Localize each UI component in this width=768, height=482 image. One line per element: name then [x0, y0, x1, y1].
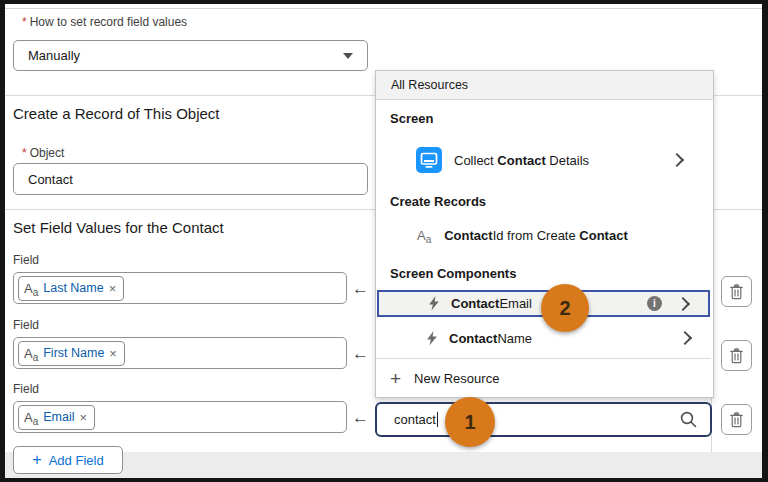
- resource-pill[interactable]: Aa Email ×: [18, 405, 95, 430]
- picker-header: All Resources: [376, 71, 713, 100]
- item-label: ContactEmail: [451, 296, 532, 311]
- required-asterisk: *: [22, 15, 27, 29]
- combobox-value: Manually: [28, 48, 80, 63]
- item-label: Collect Contact Details: [454, 153, 589, 168]
- trash-icon: [729, 348, 744, 364]
- section-title-create-records: Create Records: [390, 194, 486, 209]
- field-label: Field: [13, 318, 39, 332]
- search-value: contact: [394, 412, 436, 427]
- resource-pill[interactable]: Aa Last Name ×: [18, 276, 124, 301]
- pill-label: Email: [43, 410, 74, 424]
- left-arrow-icon: ←: [352, 408, 369, 428]
- new-resource-item[interactable]: + New Resource: [376, 362, 711, 394]
- chevron-down-icon: [343, 53, 353, 59]
- delete-field-button[interactable]: [721, 340, 752, 371]
- add-field-label: Add Field: [49, 453, 104, 468]
- object-input[interactable]: Contact: [13, 163, 368, 195]
- section-title-screen: Screen: [390, 111, 433, 126]
- new-resource-label: New Resource: [414, 371, 499, 386]
- create-record-heading: Create a Record of This Object: [13, 105, 219, 122]
- resource-search-input[interactable]: contact: [375, 402, 712, 437]
- trash-icon: [729, 412, 744, 428]
- required-asterisk: *: [22, 146, 27, 160]
- annotation-step-2: 2: [541, 284, 589, 332]
- picker-item-collect-contact-details[interactable]: Collect Contact Details: [390, 142, 700, 178]
- left-arrow-icon: ←: [352, 344, 369, 364]
- pill-label: First Name: [43, 346, 104, 360]
- remove-icon[interactable]: ×: [80, 411, 88, 424]
- left-arrow-icon: ←: [352, 279, 369, 299]
- search-icon: [680, 411, 697, 428]
- screen-icon: [416, 147, 442, 173]
- screenshot-frame: *How to set record field values Manually…: [0, 0, 768, 482]
- field-input-lastname[interactable]: Aa Last Name ×: [13, 272, 347, 304]
- plus-icon: +: [32, 451, 41, 469]
- text-type-icon: Aa: [24, 347, 38, 360]
- picker-item-contactid[interactable]: Aa ContactId from Create Contact: [390, 224, 700, 246]
- annotation-step-1: 1: [445, 397, 495, 447]
- field-label: Field: [13, 253, 39, 267]
- lightning-icon: [428, 296, 440, 311]
- text-type-icon: Aa: [417, 227, 431, 243]
- remove-icon[interactable]: ×: [109, 347, 117, 360]
- info-icon[interactable]: i: [647, 296, 662, 311]
- set-values-heading: Set Field Values for the Contact: [13, 219, 224, 236]
- how-to-label: *How to set record field values: [22, 15, 187, 29]
- how-to-combobox[interactable]: Manually: [13, 40, 368, 71]
- pill-label: Last Name: [43, 281, 103, 295]
- delete-field-button[interactable]: [721, 404, 752, 435]
- picker-divider: [376, 358, 711, 359]
- chevron-right-icon: [670, 153, 684, 167]
- add-field-button[interactable]: + Add Field: [13, 446, 123, 474]
- trash-icon: [729, 284, 744, 300]
- field-label: Field: [13, 382, 39, 396]
- lightning-icon: [426, 331, 438, 346]
- text-type-icon: Aa: [24, 282, 38, 295]
- remove-icon[interactable]: ×: [109, 282, 117, 295]
- chevron-right-icon: [676, 296, 690, 310]
- object-value: Contact: [28, 172, 73, 187]
- text-cursor: [437, 412, 439, 427]
- delete-field-button[interactable]: [721, 276, 752, 307]
- item-label: ContactId from Create Contact: [444, 228, 627, 243]
- resource-pill[interactable]: Aa First Name ×: [18, 341, 125, 366]
- field-input-firstname[interactable]: Aa First Name ×: [13, 337, 347, 369]
- field-input-email[interactable]: Aa Email ×: [13, 401, 347, 433]
- item-label: ContactName: [449, 331, 532, 346]
- plus-icon: +: [390, 369, 401, 388]
- picker-item-contactname[interactable]: ContactName: [377, 326, 710, 350]
- object-label: *Object: [22, 146, 64, 160]
- chevron-right-icon: [678, 331, 692, 345]
- top-divider: [5, 8, 762, 9]
- section-title-screen-components: Screen Components: [390, 266, 516, 281]
- text-type-icon: Aa: [24, 411, 38, 424]
